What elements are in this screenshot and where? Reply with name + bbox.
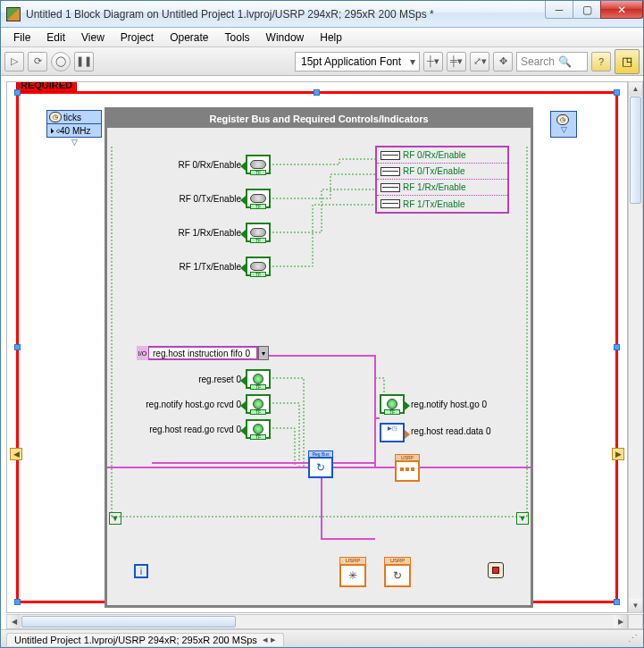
resize-grip-icon[interactable]: ⋰ bbox=[628, 633, 638, 644]
project-status-tab[interactable]: Untitled Project 1.lvproj/USRP 294xR; 29… bbox=[6, 633, 284, 646]
chevron-down-icon[interactable]: ▽ bbox=[46, 138, 102, 147]
title-bar[interactable]: Untitled 1 Block Diagram on Untitled Pro… bbox=[1, 1, 643, 28]
usrp-tag: USRP bbox=[384, 557, 411, 565]
menu-file[interactable]: File bbox=[6, 29, 38, 46]
reg-notifygo-control[interactable]: TF bbox=[246, 394, 271, 414]
regbus-tag: Reg Bus bbox=[308, 450, 333, 458]
shift-down-left[interactable]: ▼ bbox=[109, 512, 121, 525]
hscroll-thumb[interactable] bbox=[21, 616, 236, 627]
resize-menu[interactable]: ⤢▾ bbox=[470, 52, 489, 72]
scroll-up-arrow[interactable]: ▲ bbox=[629, 82, 642, 96]
menu-tools[interactable]: Tools bbox=[218, 29, 257, 46]
ticks-node[interactable]: ◷ticks ⏵⊙40 MHz ▽ bbox=[46, 111, 102, 147]
reg-notify-out-indicator[interactable]: TF bbox=[380, 394, 405, 414]
regbus-node[interactable]: Reg Bus↻ bbox=[308, 457, 333, 478]
close-button[interactable]: ✕ bbox=[600, 1, 643, 19]
block-diagram-canvas[interactable]: REQUIRED ◀ ▶ ◷ticks ⏵⊙40 MHz ▽ bbox=[6, 81, 628, 613]
vscroll-thumb[interactable] bbox=[630, 97, 641, 204]
rf0tx-indicator: RF 0/Tx/Enable bbox=[403, 166, 464, 176]
toolbar: ▷ ⟳ ◯ ❚❚ 15pt Application Font ┼▾ ╪▾ ⤢▾ … bbox=[1, 47, 643, 76]
reg-notify-out-label: reg.notify host.go 0 bbox=[411, 400, 527, 409]
status-bar: Untitled Project 1.lvproj/USRP 294xR; 29… bbox=[1, 629, 643, 647]
handle-se[interactable] bbox=[614, 599, 620, 605]
timer-icon: ⏵⊙ bbox=[49, 127, 60, 135]
fifo-dropdown[interactable]: ▾ bbox=[258, 346, 269, 360]
handle-n[interactable] bbox=[314, 89, 320, 96]
run-continuous-button[interactable]: ⟳ bbox=[28, 52, 47, 72]
horizontal-scrollbar[interactable]: ◀ ▶ bbox=[6, 614, 628, 629]
menu-edit[interactable]: Edit bbox=[39, 29, 72, 46]
waveform-icon bbox=[381, 183, 400, 192]
rf1rx-control[interactable]: TF bbox=[246, 223, 271, 242]
handle-w[interactable] bbox=[14, 344, 21, 350]
waveform-icon bbox=[381, 151, 400, 160]
usrp-node-loop[interactable]: USRP↻ bbox=[384, 564, 411, 587]
scroll-left-arrow[interactable]: ◀ bbox=[7, 615, 21, 628]
maximize-button[interactable]: ▢ bbox=[573, 1, 601, 19]
iteration-terminal[interactable]: i bbox=[134, 564, 148, 578]
rf1tx-control[interactable]: TF bbox=[246, 257, 271, 276]
clock-icon: ◷ bbox=[49, 112, 62, 122]
minimize-button[interactable]: ─ bbox=[545, 1, 573, 19]
handle-e[interactable] bbox=[614, 344, 620, 350]
window-title: Untitled 1 Block Diagram on Untitled Pro… bbox=[26, 8, 546, 21]
reg-reset-control[interactable]: TF bbox=[246, 369, 271, 389]
align-menu[interactable]: ┼▾ bbox=[423, 52, 443, 72]
tab-navigate-icon[interactable]: ◂ ▸ bbox=[263, 634, 276, 645]
handle-ne[interactable] bbox=[614, 89, 620, 96]
scroll-right-arrow[interactable]: ▶ bbox=[614, 615, 627, 628]
shift-left-arrow[interactable]: ◀ bbox=[10, 448, 22, 460]
app-icon bbox=[6, 7, 21, 21]
chevron-down-icon: ▽ bbox=[561, 125, 567, 134]
menu-window[interactable]: Window bbox=[259, 29, 312, 46]
usrp-node-init[interactable]: USRP✳ bbox=[339, 564, 366, 587]
vertical-scrollbar[interactable]: ▲ ▼ bbox=[628, 81, 643, 613]
scroll-down-arrow[interactable]: ▼ bbox=[629, 599, 642, 612]
fifo-tag-icon: I/O bbox=[137, 346, 149, 360]
rf-indicator-cluster[interactable]: RF 0/Rx/Enable RF 0/Tx/Enable RF 1/Rx/En… bbox=[375, 146, 509, 214]
run-button[interactable]: ▷ bbox=[4, 52, 24, 72]
menu-view[interactable]: View bbox=[74, 29, 112, 46]
reg-read-data-label: reg.host read.data 0 bbox=[411, 426, 527, 436]
font-selector[interactable]: 15pt Application Font bbox=[295, 52, 420, 72]
abort-button[interactable]: ◯ bbox=[51, 52, 71, 72]
menu-operate[interactable]: Operate bbox=[163, 29, 215, 46]
usrp-data-node[interactable]: USRP bbox=[395, 460, 420, 482]
menu-bar: File Edit View Project Operate Tools Win… bbox=[1, 28, 643, 47]
context-icon[interactable]: ◳ bbox=[615, 49, 640, 74]
project-path: Untitled Project 1.lvproj/USRP 294xR; 29… bbox=[14, 635, 257, 645]
shift-right-arrow[interactable]: ▶ bbox=[612, 448, 624, 460]
distribute-menu[interactable]: ╪▾ bbox=[447, 52, 466, 72]
search-box[interactable]: Search 🔍 bbox=[516, 52, 588, 72]
rf1rx-label: RF 1/Rx/Enable bbox=[134, 228, 241, 238]
usrp-tag: USRP bbox=[339, 557, 366, 565]
rf0rx-label: RF 0/Rx/Enable bbox=[134, 160, 241, 170]
waveform-icon bbox=[381, 167, 400, 176]
reg-notifygo-label: reg.notify host.go rcvd 0 bbox=[107, 400, 241, 409]
search-icon: 🔍 bbox=[558, 55, 572, 68]
clock-icon: ◷ bbox=[556, 114, 569, 125]
rf1tx-label: RF 1/Tx/Enable bbox=[134, 262, 241, 272]
rf0tx-control[interactable]: TF bbox=[246, 189, 271, 208]
handle-nw[interactable] bbox=[14, 89, 21, 96]
app-window: Untitled 1 Block Diagram on Untitled Pro… bbox=[0, 0, 644, 648]
cleanup-button[interactable]: ✥ bbox=[493, 52, 513, 72]
rf0rx-indicator: RF 0/Rx/Enable bbox=[403, 150, 466, 160]
reg-readgo-label: reg.host read.go rcvd 0 bbox=[107, 425, 241, 434]
help-button[interactable]: ? bbox=[591, 52, 611, 72]
pause-button[interactable]: ❚❚ bbox=[74, 52, 94, 72]
handle-sw[interactable] bbox=[14, 599, 21, 605]
menu-help[interactable]: Help bbox=[313, 29, 349, 46]
menu-project[interactable]: Project bbox=[113, 29, 161, 46]
register-bus-panel[interactable]: Register Bus and Required Controls/Indic… bbox=[105, 107, 533, 608]
font-label: 15pt Application Font bbox=[301, 55, 401, 68]
rf0rx-control[interactable]: TF bbox=[246, 155, 271, 174]
stop-terminal[interactable] bbox=[488, 562, 504, 578]
shift-down-right[interactable]: ▼ bbox=[516, 512, 529, 525]
rf1tx-indicator: RF 1/Tx/Enable bbox=[403, 199, 464, 209]
reg-read-data-indicator[interactable]: ▶◳ bbox=[380, 423, 405, 442]
host-instruction-fifo[interactable]: I/O reg.host instruction fifo 0 ▾ bbox=[137, 346, 258, 360]
reg-reset-label: reg.reset 0 bbox=[125, 374, 241, 384]
clock-node-right[interactable]: ◷ ▽ bbox=[550, 111, 577, 138]
reg-readgo-control[interactable]: TF bbox=[246, 419, 271, 439]
